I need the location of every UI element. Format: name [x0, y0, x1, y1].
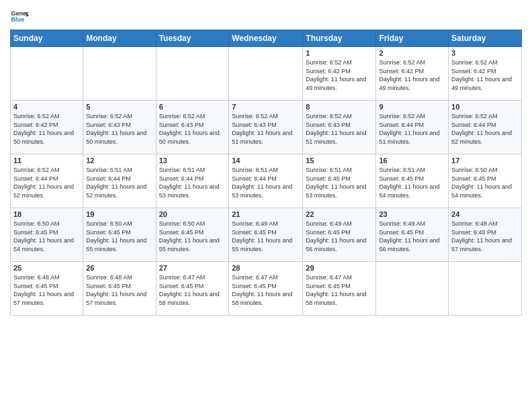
- calendar-cell: [11, 47, 83, 101]
- calendar-cell: 25Sunrise: 6:48 AM Sunset: 6:45 PM Dayli…: [11, 262, 83, 316]
- weekday-header-friday: Friday: [376, 30, 449, 47]
- day-info: Sunrise: 6:52 AM Sunset: 6:44 PM Dayligh…: [451, 112, 519, 146]
- day-number: 12: [86, 156, 152, 165]
- day-info: Sunrise: 6:50 AM Sunset: 6:45 PM Dayligh…: [451, 166, 519, 199]
- day-number: 18: [13, 210, 80, 218]
- day-info: Sunrise: 6:48 AM Sunset: 6:45 PM Dayligh…: [13, 273, 80, 307]
- calendar-cell: 12Sunrise: 6:51 AM Sunset: 6:44 PM Dayli…: [83, 154, 156, 208]
- header: General Blue: [10, 7, 522, 26]
- day-number: 7: [232, 103, 300, 111]
- calendar-cell: [449, 262, 522, 316]
- calendar-cell: 23Sunrise: 6:49 AM Sunset: 6:45 PM Dayli…: [376, 208, 449, 262]
- day-info: Sunrise: 6:50 AM Sunset: 6:45 PM Dayligh…: [159, 220, 226, 253]
- calendar-cell: 5Sunrise: 6:52 AM Sunset: 6:43 PM Daylig…: [83, 101, 156, 154]
- calendar: SundayMondayTuesdayWednesdayThursdayFrid…: [10, 30, 522, 316]
- week-row-2: 4Sunrise: 6:52 AM Sunset: 6:42 PM Daylig…: [11, 101, 522, 154]
- calendar-cell: 27Sunrise: 6:47 AM Sunset: 6:45 PM Dayli…: [156, 262, 229, 316]
- calendar-cell: 29Sunrise: 6:47 AM Sunset: 6:45 PM Dayli…: [303, 262, 376, 316]
- day-number: 4: [13, 103, 80, 111]
- calendar-cell: 18Sunrise: 6:50 AM Sunset: 6:45 PM Dayli…: [11, 208, 83, 262]
- day-info: Sunrise: 6:48 AM Sunset: 6:45 PM Dayligh…: [86, 273, 152, 307]
- week-row-1: 1Sunrise: 6:52 AM Sunset: 6:42 PM Daylig…: [11, 47, 522, 101]
- day-info: Sunrise: 6:52 AM Sunset: 6:44 PM Dayligh…: [13, 166, 80, 199]
- week-row-3: 11Sunrise: 6:52 AM Sunset: 6:44 PM Dayli…: [11, 154, 522, 208]
- day-number: 5: [86, 103, 152, 111]
- calendar-cell: 7Sunrise: 6:52 AM Sunset: 6:43 PM Daylig…: [229, 101, 303, 154]
- day-number: 15: [306, 156, 373, 165]
- calendar-cell: 11Sunrise: 6:52 AM Sunset: 6:44 PM Dayli…: [11, 154, 83, 208]
- calendar-cell: [229, 47, 303, 101]
- day-info: Sunrise: 6:51 AM Sunset: 6:44 PM Dayligh…: [86, 166, 152, 199]
- day-number: 26: [86, 264, 152, 272]
- calendar-cell: [156, 47, 229, 101]
- day-number: 13: [159, 156, 226, 165]
- day-info: Sunrise: 6:52 AM Sunset: 6:42 PM Dayligh…: [306, 58, 373, 92]
- weekday-header-tuesday: Tuesday: [156, 30, 229, 47]
- calendar-cell: 21Sunrise: 6:49 AM Sunset: 6:45 PM Dayli…: [229, 208, 303, 262]
- day-info: Sunrise: 6:47 AM Sunset: 6:45 PM Dayligh…: [232, 273, 300, 307]
- day-number: 2: [379, 49, 445, 57]
- calendar-cell: [376, 262, 449, 316]
- calendar-cell: [83, 47, 156, 101]
- day-info: Sunrise: 6:50 AM Sunset: 6:45 PM Dayligh…: [86, 220, 152, 253]
- calendar-cell: 14Sunrise: 6:51 AM Sunset: 6:44 PM Dayli…: [229, 154, 303, 208]
- weekday-header-thursday: Thursday: [303, 30, 376, 47]
- svg-text:Blue: Blue: [11, 16, 24, 23]
- day-number: 8: [306, 103, 373, 111]
- day-info: Sunrise: 6:47 AM Sunset: 6:45 PM Dayligh…: [306, 273, 373, 307]
- day-info: Sunrise: 6:47 AM Sunset: 6:45 PM Dayligh…: [159, 273, 226, 307]
- day-number: 16: [379, 156, 445, 165]
- weekday-header-monday: Monday: [83, 30, 156, 47]
- day-number: 10: [451, 103, 519, 111]
- calendar-cell: 19Sunrise: 6:50 AM Sunset: 6:45 PM Dayli…: [83, 208, 156, 262]
- day-info: Sunrise: 6:52 AM Sunset: 6:44 PM Dayligh…: [379, 112, 445, 146]
- day-number: 23: [379, 210, 445, 218]
- day-info: Sunrise: 6:51 AM Sunset: 6:44 PM Dayligh…: [232, 166, 300, 199]
- week-row-4: 18Sunrise: 6:50 AM Sunset: 6:45 PM Dayli…: [11, 208, 522, 262]
- calendar-cell: 1Sunrise: 6:52 AM Sunset: 6:42 PM Daylig…: [303, 47, 376, 101]
- calendar-cell: 8Sunrise: 6:52 AM Sunset: 6:43 PM Daylig…: [303, 101, 376, 154]
- day-number: 3: [451, 49, 519, 57]
- day-number: 22: [306, 210, 373, 218]
- calendar-cell: 15Sunrise: 6:51 AM Sunset: 6:45 PM Dayli…: [303, 154, 376, 208]
- calendar-cell: 22Sunrise: 6:49 AM Sunset: 6:45 PM Dayli…: [303, 208, 376, 262]
- day-info: Sunrise: 6:52 AM Sunset: 6:42 PM Dayligh…: [451, 58, 519, 92]
- day-info: Sunrise: 6:52 AM Sunset: 6:42 PM Dayligh…: [379, 58, 445, 92]
- calendar-cell: 10Sunrise: 6:52 AM Sunset: 6:44 PM Dayli…: [449, 101, 522, 154]
- calendar-cell: 6Sunrise: 6:52 AM Sunset: 6:43 PM Daylig…: [156, 101, 229, 154]
- day-info: Sunrise: 6:52 AM Sunset: 6:43 PM Dayligh…: [159, 112, 226, 146]
- day-number: 9: [379, 103, 445, 111]
- day-number: 19: [86, 210, 152, 218]
- calendar-cell: 9Sunrise: 6:52 AM Sunset: 6:44 PM Daylig…: [376, 101, 449, 154]
- page: General Blue SundayMondayTuesdayWednesda…: [0, 0, 532, 411]
- day-info: Sunrise: 6:51 AM Sunset: 6:45 PM Dayligh…: [306, 166, 373, 199]
- day-info: Sunrise: 6:49 AM Sunset: 6:45 PM Dayligh…: [306, 220, 373, 253]
- day-info: Sunrise: 6:52 AM Sunset: 6:43 PM Dayligh…: [306, 112, 373, 146]
- weekday-header-row: SundayMondayTuesdayWednesdayThursdayFrid…: [11, 30, 522, 47]
- calendar-cell: 17Sunrise: 6:50 AM Sunset: 6:45 PM Dayli…: [449, 154, 522, 208]
- calendar-cell: 26Sunrise: 6:48 AM Sunset: 6:45 PM Dayli…: [83, 262, 156, 316]
- day-number: 24: [451, 210, 519, 218]
- weekday-header-wednesday: Wednesday: [229, 30, 303, 47]
- week-row-5: 25Sunrise: 6:48 AM Sunset: 6:45 PM Dayli…: [11, 262, 522, 316]
- day-info: Sunrise: 6:52 AM Sunset: 6:43 PM Dayligh…: [232, 112, 300, 146]
- weekday-header-sunday: Sunday: [11, 30, 83, 47]
- calendar-cell: 2Sunrise: 6:52 AM Sunset: 6:42 PM Daylig…: [376, 47, 449, 101]
- day-number: 20: [159, 210, 226, 218]
- day-number: 27: [159, 264, 226, 272]
- day-info: Sunrise: 6:51 AM Sunset: 6:45 PM Dayligh…: [379, 166, 445, 199]
- day-info: Sunrise: 6:50 AM Sunset: 6:45 PM Dayligh…: [13, 220, 80, 253]
- day-number: 29: [306, 264, 373, 272]
- day-number: 21: [232, 210, 300, 218]
- calendar-cell: 3Sunrise: 6:52 AM Sunset: 6:42 PM Daylig…: [449, 47, 522, 101]
- calendar-cell: 16Sunrise: 6:51 AM Sunset: 6:45 PM Dayli…: [376, 154, 449, 208]
- weekday-header-saturday: Saturday: [449, 30, 522, 47]
- day-info: Sunrise: 6:52 AM Sunset: 6:43 PM Dayligh…: [86, 112, 152, 146]
- calendar-cell: 13Sunrise: 6:51 AM Sunset: 6:44 PM Dayli…: [156, 154, 229, 208]
- calendar-cell: 20Sunrise: 6:50 AM Sunset: 6:45 PM Dayli…: [156, 208, 229, 262]
- day-number: 11: [13, 156, 80, 165]
- day-info: Sunrise: 6:51 AM Sunset: 6:44 PM Dayligh…: [159, 166, 226, 199]
- calendar-cell: 4Sunrise: 6:52 AM Sunset: 6:42 PM Daylig…: [11, 101, 83, 154]
- day-info: Sunrise: 6:49 AM Sunset: 6:45 PM Dayligh…: [379, 220, 445, 253]
- day-number: 6: [159, 103, 226, 111]
